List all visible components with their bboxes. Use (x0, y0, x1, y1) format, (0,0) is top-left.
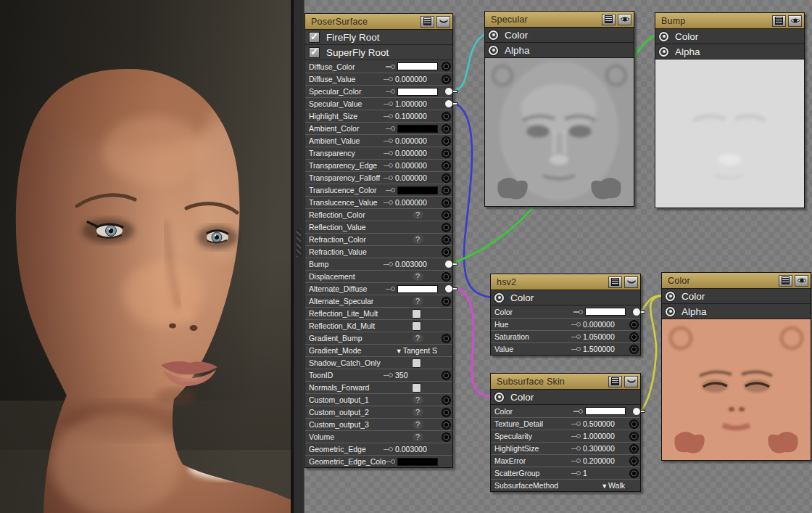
root-toggle-superfly-root[interactable]: SuperFly Root (305, 45, 452, 60)
color-swatch[interactable] (397, 88, 438, 96)
param-value[interactable]: 0.300000 (583, 444, 628, 453)
key-icon[interactable] (384, 446, 394, 453)
dropdown-subsurfacemethod[interactable]: ▼Walk (601, 481, 625, 490)
param-row-shadow-catch-only[interactable]: Shadow_Catch_Only (305, 356, 452, 369)
param-value[interactable]: 0.000000 (395, 136, 440, 145)
key-icon[interactable] (573, 408, 584, 414)
output-connector-icon[interactable] (493, 292, 505, 304)
input-connector[interactable] (440, 197, 452, 208)
color-swatch[interactable] (585, 407, 626, 415)
key-icon[interactable] (384, 76, 394, 83)
key-icon[interactable] (386, 187, 396, 194)
param-row-highlightsize[interactable]: HighlightSize0.300000 (491, 442, 640, 454)
node-hsv2-header[interactable]: hsv2 (491, 274, 640, 290)
node-posersurface[interactable]: PoserSurface FireFly RootSuperFly Root D… (304, 13, 453, 468)
connected-plug-connector[interactable] (440, 86, 452, 97)
checkbox-icon[interactable] (309, 47, 320, 58)
connected-plug-connector[interactable] (440, 99, 452, 110)
output-color[interactable]: Color (491, 390, 640, 405)
input-connector[interactable] (440, 432, 452, 443)
node-menu-icon[interactable] (602, 14, 616, 25)
node-bump[interactable]: Bump ColorAlpha (655, 12, 805, 208)
key-icon[interactable] (384, 372, 394, 379)
param-row-reflection-value[interactable]: Reflection_Value (305, 221, 452, 233)
param-row-bump[interactable]: Bump0.003000 (305, 258, 452, 270)
node-specular-header[interactable]: Specular (485, 12, 634, 28)
param-row-color[interactable]: Color (491, 405, 640, 417)
output-alpha[interactable]: Alpha (485, 43, 634, 58)
key-icon[interactable] (386, 126, 396, 132)
input-connector[interactable] (628, 344, 640, 355)
key-icon[interactable] (571, 421, 581, 427)
output-alpha[interactable]: Alpha (662, 304, 811, 319)
param-value[interactable]: 0.000000 (395, 198, 440, 207)
param-row-ambient-color[interactable]: Ambient_Color (305, 122, 452, 134)
param-row-specular-value[interactable]: Specular_Value1.000000 (305, 97, 452, 110)
param-row-highlight-size[interactable]: Highlight_Size0.100000 (305, 110, 452, 122)
node-menu-icon[interactable] (772, 15, 786, 27)
input-connector[interactable] (440, 210, 452, 221)
panel-divider[interactable] (293, 0, 304, 513)
param-value[interactable]: 1.500000 (583, 345, 628, 353)
param-row-texture-detail[interactable]: Texture_Detail0.500000 (491, 417, 640, 430)
key-icon[interactable] (384, 138, 394, 144)
param-row-gradient-bump[interactable]: Gradient_Bump? (305, 332, 452, 344)
node-menu-icon[interactable] (779, 275, 792, 287)
checkbox-icon[interactable] (309, 32, 320, 43)
param-row-maxerror[interactable]: MaxError0.200000 (491, 454, 640, 467)
param-row-ambient-value[interactable]: Ambient_Value0.000000 (305, 134, 452, 147)
param-value[interactable]: 0.000000 (395, 75, 440, 83)
param-row-hue[interactable]: Hue0.000000 (491, 318, 640, 330)
node-menu-icon[interactable] (608, 376, 622, 387)
param-row-geometric-edge-color[interactable]: Geometric_Edge_Color (305, 455, 452, 467)
output-color[interactable]: Color (662, 289, 811, 304)
param-value[interactable]: 1.050000 (583, 332, 628, 341)
key-icon[interactable] (571, 446, 581, 452)
node-menu-icon[interactable] (608, 276, 622, 288)
node-bump-header[interactable]: Bump (655, 13, 804, 29)
color-swatch[interactable] (397, 125, 438, 133)
input-connector[interactable] (440, 222, 452, 233)
key-icon[interactable] (384, 261, 394, 268)
param-value[interactable]: 350 (395, 371, 440, 379)
input-connector[interactable] (440, 185, 452, 196)
input-connector[interactable] (440, 370, 452, 381)
input-connector[interactable] (440, 395, 452, 406)
param-row-geometric-edge[interactable]: Geometric_Edge0.003000 (305, 443, 452, 455)
key-icon[interactable] (386, 459, 396, 465)
input-connector[interactable] (440, 74, 452, 85)
input-connector[interactable] (440, 136, 452, 147)
input-connector[interactable] (628, 431, 640, 442)
color-swatch[interactable] (397, 62, 438, 70)
key-icon[interactable] (571, 334, 581, 340)
root-toggle-firefly-root[interactable]: FireFly Root (305, 30, 452, 45)
question-button[interactable]: ? (395, 408, 440, 416)
connected-plug-connector[interactable] (440, 259, 452, 270)
connected-plug-connector[interactable] (440, 284, 452, 295)
node-preview-toggle-eye-icon[interactable] (436, 16, 450, 28)
param-row-specular-color[interactable]: Specular_Color (305, 85, 452, 97)
param-row-reflection-lite-mult[interactable]: Reflection_Lite_Mult (305, 307, 452, 319)
key-icon[interactable] (384, 150, 394, 157)
param-value[interactable]: 0.000000 (395, 149, 440, 157)
question-button[interactable]: ? (395, 395, 440, 404)
checkbox-icon[interactable] (412, 309, 421, 319)
param-row-gradient-mode[interactable]: Gradient_Mode▼Tangent S (305, 344, 452, 356)
input-connector[interactable] (440, 148, 452, 159)
param-value[interactable]: 0.003000 (395, 445, 440, 454)
node-menu-icon[interactable] (420, 16, 434, 28)
param-row-transparency-falloff[interactable]: Transparency_Falloff0.000000 (305, 171, 452, 184)
checkbox-icon[interactable] (412, 358, 421, 368)
input-connector[interactable] (628, 468, 640, 479)
param-row-transparency-edge[interactable]: Transparency_Edge0.000000 (305, 159, 452, 171)
input-connector[interactable] (440, 407, 452, 418)
output-connector-icon[interactable] (664, 290, 676, 303)
key-icon[interactable] (384, 200, 394, 206)
dropdown-gradient-mode[interactable]: ▼Tangent S (396, 346, 437, 355)
output-connector-icon[interactable] (487, 44, 500, 57)
param-row-saturation[interactable]: Saturation1.050000 (491, 330, 640, 342)
param-row-diffuse-value[interactable]: Diffuse_Value0.000000 (305, 73, 452, 85)
question-button[interactable]: ? (395, 272, 440, 281)
key-icon[interactable] (571, 433, 581, 440)
color-swatch[interactable] (397, 285, 438, 293)
